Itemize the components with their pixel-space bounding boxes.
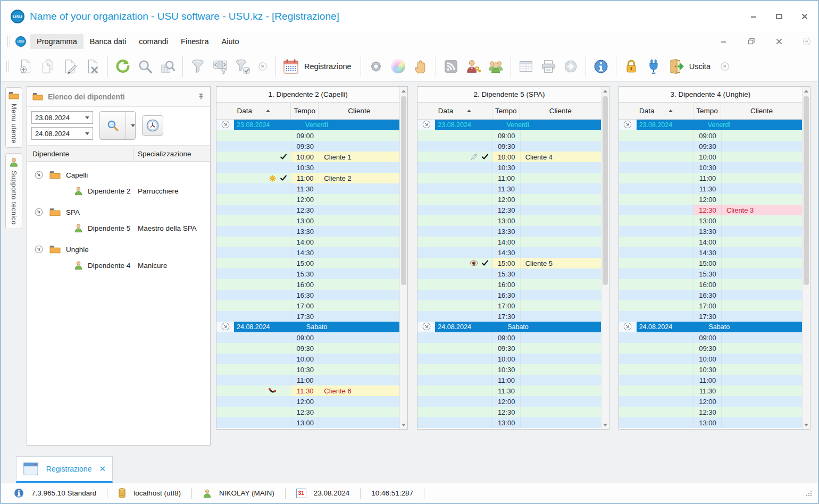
column-cliente[interactable]: Cliente [319, 107, 399, 115]
expand-icon[interactable] [35, 208, 43, 216]
column-data[interactable]: Data [417, 103, 492, 119]
timeslot-row[interactable]: 11:00 [417, 173, 600, 183]
resize-grip[interactable] [805, 490, 813, 497]
exit-button[interactable] [665, 54, 687, 79]
collapse-day-icon[interactable] [623, 120, 632, 130]
search-in-list-button[interactable] [156, 54, 179, 79]
menu-item-banca-dati[interactable]: Banca dati [83, 34, 133, 49]
schedule-day-row[interactable]: 24.08.2024Sabato [619, 322, 802, 332]
close-button[interactable] [799, 11, 810, 22]
timeslot-row[interactable]: 09:00 [417, 332, 600, 343]
timeslot-row[interactable]: 13:30 [417, 226, 600, 237]
timeslot-row[interactable]: 17:30 [216, 311, 399, 322]
timeslot-row[interactable]: 11:30 [417, 183, 600, 194]
timeslot-row[interactable]: 15:00 [216, 258, 399, 268]
schedule-clock-button[interactable] [142, 115, 163, 136]
timeslot-row[interactable]: 10:00 [417, 354, 600, 364]
tree-employee-row[interactable]: Dipendente 2Parrucchiere [27, 183, 210, 199]
search-split-button[interactable] [99, 111, 136, 140]
timeslot-row[interactable]: 11:30 [417, 385, 600, 396]
filter-button[interactable] [187, 54, 209, 79]
timeslot-row[interactable]: 15:30 [216, 268, 399, 279]
scroll-up-icon[interactable] [400, 87, 407, 95]
expand-icon[interactable] [35, 171, 43, 179]
maximize-button[interactable] [773, 11, 785, 22]
timeslot-row[interactable]: 11:30 [216, 183, 399, 194]
appointment-row[interactable]: 10:00Cliente 1 [216, 152, 399, 162]
registration-calendar-button[interactable] [280, 54, 302, 79]
search-button[interactable] [134, 54, 156, 79]
timeslot-row[interactable]: 09:30 [216, 343, 399, 354]
schedule-day-row[interactable]: 23.08.2024Venerdì [619, 120, 802, 130]
timeslot-row[interactable]: 11:30 [619, 385, 802, 396]
timeslot-row[interactable]: 16:00 [417, 279, 600, 290]
timeslot-row[interactable]: 16:30 [417, 290, 600, 300]
timeslot-row[interactable]: 16:30 [216, 290, 399, 300]
add-record-button[interactable] [14, 54, 37, 79]
collapse-day-icon[interactable] [221, 120, 230, 130]
refresh-button[interactable] [112, 54, 134, 79]
menu-item-comandi[interactable]: comandi [132, 34, 174, 49]
scroll-down-icon[interactable] [400, 421, 407, 429]
timeslot-row[interactable]: 09:00 [619, 332, 802, 343]
filter-apply-button[interactable] [231, 54, 254, 79]
appointment-row[interactable]: 12:30Cliente 3 [619, 205, 802, 215]
timeslot-row[interactable]: 13:00 [417, 417, 600, 428]
toolbar-grip-2[interactable] [6, 61, 9, 72]
timeslot-row[interactable]: 10:30 [216, 162, 399, 173]
vertical-scrollbar[interactable] [399, 87, 407, 429]
timeslot-row[interactable]: 16:00 [619, 279, 802, 290]
column-tempo[interactable]: Tempo [492, 103, 520, 119]
timeslot-row[interactable]: 10:00 [619, 354, 802, 364]
timeslot-row[interactable]: 13:00 [619, 215, 802, 226]
timeslot-row[interactable]: 11:00 [619, 173, 802, 183]
column-tempo[interactable]: Tempo [693, 103, 721, 119]
scrollbar-thumb[interactable] [401, 96, 406, 285]
timeslot-row[interactable]: 13:00 [216, 215, 399, 226]
expand-icon[interactable] [35, 245, 43, 254]
mdi-minimize-button[interactable] [718, 36, 730, 47]
mdi-more-icon[interactable] [801, 36, 813, 47]
timeslot-row[interactable]: 12:00 [216, 396, 399, 407]
timeslot-row[interactable]: 15:30 [417, 268, 600, 279]
timeslot-row[interactable]: 09:30 [417, 141, 600, 152]
column-data[interactable]: Data [216, 103, 291, 119]
column-cliente[interactable]: Cliente [520, 107, 601, 115]
timeslot-row[interactable]: 13:00 [417, 215, 600, 226]
mdi-restore-button[interactable] [746, 36, 757, 47]
timeslot-row[interactable]: 15:00 [619, 258, 802, 268]
timeslot-row[interactable]: 09:00 [216, 332, 399, 343]
timeslot-row[interactable]: 16:30 [619, 290, 802, 300]
timeslot-row[interactable]: 14:00 [417, 237, 600, 247]
appointment-row[interactable]: 11:30Cliente 6 [216, 385, 399, 396]
search-dropdown-button[interactable] [126, 112, 135, 139]
mdi-close-button[interactable] [773, 36, 785, 47]
scroll-down-icon[interactable] [601, 421, 609, 429]
timeslot-row[interactable]: 17:30 [417, 311, 600, 322]
timeslot-row[interactable]: 12:30 [417, 205, 600, 215]
toolbar-more-button-right[interactable] [716, 54, 734, 79]
timeslot-row[interactable]: 12:00 [417, 194, 600, 205]
tab-close-icon[interactable]: ✕ [99, 464, 106, 474]
column-specializzazione[interactable]: Specializzazione [133, 150, 210, 158]
timeslot-row[interactable]: 14:30 [619, 247, 802, 258]
search-employees-button[interactable] [100, 112, 126, 139]
schedule-day-row[interactable]: 23.08.2024Venerdì [216, 120, 399, 130]
timeslot-row[interactable]: 12:30 [619, 407, 802, 417]
column-tempo[interactable]: Tempo [291, 103, 319, 119]
scrollbar-thumb[interactable] [804, 96, 809, 285]
tab-registrazione[interactable]: Registrazione ✕ [16, 456, 113, 483]
appointment-row[interactable]: 11:00Cliente 2 [216, 173, 399, 183]
timeslot-row[interactable]: 09:30 [619, 343, 802, 354]
timeslot-row[interactable]: 12:30 [216, 407, 399, 417]
date-from-combo[interactable]: 23.08.2024 [31, 111, 93, 124]
collapse-day-icon[interactable] [422, 322, 431, 332]
schedule-day-row[interactable]: 24.08.2024Sabato [417, 322, 600, 332]
collapse-day-icon[interactable] [221, 322, 230, 332]
minimize-button[interactable] [748, 11, 759, 22]
timeslot-row[interactable]: 09:30 [619, 141, 802, 152]
sidebar-tab-menu-utente[interactable]: Menu utente [5, 87, 22, 148]
timeslot-row[interactable]: 13:30 [619, 226, 802, 237]
schedule-day-row[interactable]: 24.08.2024Sabato [216, 322, 399, 332]
date-to-combo[interactable]: 24.08.2024 [31, 127, 93, 140]
